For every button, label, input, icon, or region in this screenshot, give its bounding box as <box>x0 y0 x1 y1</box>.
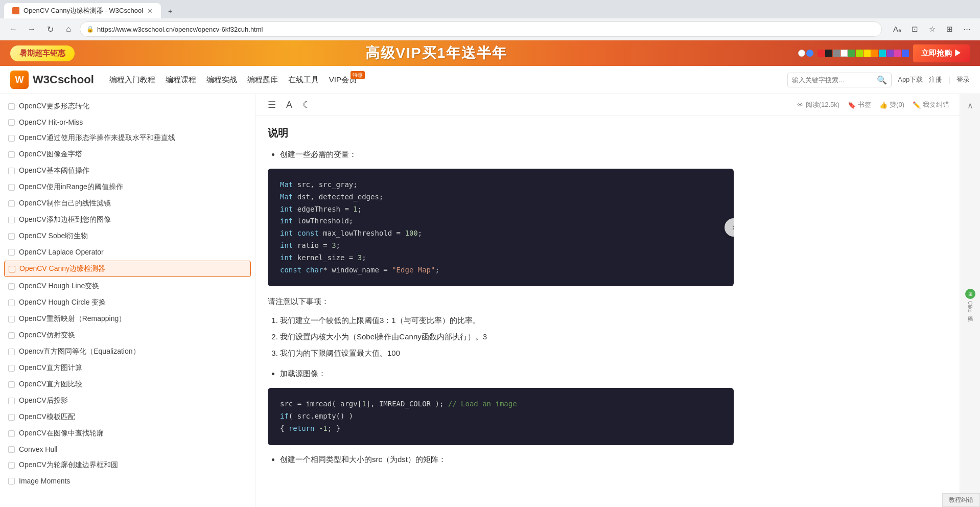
sidebar-item-threshold[interactable]: OpenCV基本阈值操作 <box>0 163 255 179</box>
keyword-span: int <box>280 254 293 262</box>
sidebar-item-hough-circle[interactable]: OpenCV Hough Circle 变换 <box>0 294 255 311</box>
sidebar-item-backprojection[interactable]: OpenCV后投影 <box>0 393 255 409</box>
var-span: ], IMREAD_COLOR ); <box>366 400 448 408</box>
content-toolbar: ☰ A ☾ 👁 阅读(12.5k) 🔖 书签 👍 赞(0) ✏️ <box>255 94 960 116</box>
item-label: OpenCV Canny边缘检测器 <box>19 264 105 273</box>
site-nav: 编程入门教程 编程课程 编程实战 编程题库 在线工具 VIP会员 特惠 <box>109 75 357 85</box>
nav-practice[interactable]: 编程实战 <box>206 75 237 85</box>
new-tab-button[interactable]: + <box>163 4 177 18</box>
nav-course[interactable]: 编程课程 <box>166 75 196 85</box>
home-button[interactable]: ⌂ <box>61 22 76 36</box>
sidebar-item-find-contours[interactable]: OpenCV在图像中查找轮廓 <box>0 425 255 442</box>
sidebar-item-pyramid[interactable]: OpenCV图像金字塔 <box>0 146 255 163</box>
sidebar-item-hit-or-miss[interactable]: OpenCV Hit-or-Miss <box>0 114 255 130</box>
read-count[interactable]: 👁 阅读(12.5k) <box>797 100 839 109</box>
font-icon-btn[interactable]: A <box>284 99 294 111</box>
login-link[interactable]: 登录 <box>956 75 970 84</box>
sidebar-item-inrange[interactable]: OpenCV使用inRange的阈值操作 <box>0 179 255 195</box>
sidebar-item-linear-filter[interactable]: OpenCV制作自己的线性滤镜 <box>0 195 255 212</box>
notice-item-2: 我们设置内核大小为（Sobel操作由Canny函数内部执行）。3 <box>280 331 734 343</box>
search-input[interactable] <box>792 76 874 84</box>
load-image-list: 加载源图像： <box>268 367 734 380</box>
reload-button[interactable]: ↻ <box>43 22 57 36</box>
var-span: ; } <box>328 424 340 432</box>
code-next-arrow[interactable]: › <box>725 218 734 237</box>
settings-button[interactable]: ⋯ <box>960 22 974 36</box>
search-icon[interactable]: 🔍 <box>877 75 887 85</box>
sidebar-item-sobel[interactable]: OpenCV Sobel衍生物 <box>0 228 255 244</box>
const-span: const <box>293 229 319 237</box>
reader-mode-button[interactable]: Aₐ <box>890 22 904 36</box>
address-bar[interactable]: 🔒 https://www.w3cschool.cn/opencv/opencv… <box>80 21 882 37</box>
load-image-item: 加载源图像： <box>280 367 734 380</box>
sidebar-item-laplace[interactable]: OpenCV Laplace Operator <box>0 244 255 260</box>
sidebar-item-convex-hull[interactable]: Convex Hull <box>0 442 255 457</box>
screenshot-button[interactable]: ⊡ <box>907 22 922 36</box>
bottom-feedback-button[interactable]: 教程纠错 <box>942 493 980 507</box>
item-checkbox <box>8 381 15 388</box>
qr-icon[interactable]: ⊞ <box>965 289 975 299</box>
code-line: { return -1; } <box>280 423 721 435</box>
favorites-button[interactable]: ☆ <box>925 22 939 36</box>
sidebar-item-canny[interactable]: OpenCV Canny边缘检测器 <box>4 261 251 277</box>
collections-button[interactable]: ⊞ <box>942 22 956 36</box>
register-link[interactable]: 注册 <box>929 75 942 84</box>
nav-vip[interactable]: VIP会员 特惠 <box>329 75 357 85</box>
sidebar-item-bounding-box[interactable]: OpenCV为轮廓创建边界框和圆 <box>0 457 255 473</box>
var-span: max_lowThreshold = <box>319 229 405 237</box>
theme-icon-btn[interactable]: ☾ <box>300 98 313 111</box>
num-span: 100 <box>405 229 417 237</box>
item-label: OpenCV在图像中查找轮廓 <box>19 429 104 438</box>
sidebar-item-remap[interactable]: OpenCV重新映射（Remapping） <box>0 311 255 327</box>
num-span: 1 <box>362 400 366 408</box>
back-button[interactable]: ← <box>6 22 20 36</box>
tab-title: OpenCV Canny边缘检测器 - W3Cschool <box>24 6 143 15</box>
feedback-label: 我要纠错 <box>923 100 949 109</box>
var-span: dst, detected_edges; <box>293 193 383 201</box>
header-divider: | <box>948 76 950 84</box>
nav-tools[interactable]: 在线工具 <box>288 75 319 85</box>
item-checkbox <box>8 332 15 339</box>
sidebar-item-morphology[interactable]: OpenCV更多形态转化 <box>0 98 255 114</box>
var-span: src = imread( argv[ <box>280 400 362 408</box>
color-swatches <box>818 50 909 57</box>
var-span: edgeThresh = <box>293 205 353 213</box>
item-label: OpenCV添加边框到您的图像 <box>19 215 111 224</box>
type-span: char <box>301 266 323 274</box>
code-line: int ratio = 3; <box>280 240 721 252</box>
swatch-pink <box>894 50 901 57</box>
sidebar-item-image-moments[interactable]: Image Moments <box>0 473 255 489</box>
item-label: OpenCV更多形态转化 <box>19 102 89 111</box>
sidebar-item-border[interactable]: OpenCV添加边框到您的图像 <box>0 212 255 228</box>
search-box[interactable]: 🔍 <box>787 73 892 87</box>
nav-intro[interactable]: 编程入门教程 <box>109 75 155 85</box>
sidebar-item-hough-line[interactable]: OpenCV Hough Line变换 <box>0 278 255 294</box>
sidebar-item-histogram-compare[interactable]: OpenCV直方图比较 <box>0 376 255 393</box>
sidebar-item-equalization[interactable]: Opencv直方图同等化（Equalization） <box>0 343 255 360</box>
scroll-up-btn[interactable]: ∧ <box>963 98 977 112</box>
like-btn[interactable]: 👍 赞(0) <box>879 100 904 109</box>
sidebar-item-extract-lines[interactable]: OpenCV通过使用形态学操作来提取水平和垂直线 <box>0 130 255 146</box>
feedback-btn[interactable]: ✏️ 我要纠错 <box>913 100 949 109</box>
bookmark-btn[interactable]: 🔖 书签 <box>848 100 871 109</box>
sidebar-item-histogram-calc[interactable]: OpenCV直方图计算 <box>0 360 255 376</box>
buy-button[interactable]: 立即抢购 ▶ <box>913 44 970 62</box>
forward-button[interactable]: → <box>25 22 39 36</box>
item-label: OpenCV Hough Circle 变换 <box>19 298 106 307</box>
app-download-link[interactable]: App下载 <box>898 75 923 84</box>
sidebar-item-template-match[interactable]: OpenCV模板匹配 <box>0 409 255 425</box>
tab-close[interactable]: ✕ <box>147 7 153 15</box>
active-tab[interactable]: OpenCV Canny边缘检测器 - W3Cschool ✕ <box>4 3 161 18</box>
sidebar-item-affine[interactable]: OpenCV仿射变换 <box>0 327 255 343</box>
logo-area[interactable]: W W3Cschool <box>10 71 94 89</box>
menu-icon-btn[interactable]: ☰ <box>266 98 278 111</box>
swatch-cyan <box>879 50 886 57</box>
item-checkbox <box>8 299 15 306</box>
logo-text: W3Cschool <box>33 73 94 86</box>
color-dots <box>798 50 813 57</box>
item-label: OpenCV为轮廓创建边界框和圆 <box>19 460 118 470</box>
nav-problems[interactable]: 编程题库 <box>247 75 278 85</box>
header-right: 🔍 App下载 注册 | 登录 <box>787 73 970 87</box>
item-label: OpenCV图像金字塔 <box>19 150 82 159</box>
promo-button[interactable]: 暑期超车钜惠 <box>10 45 75 61</box>
